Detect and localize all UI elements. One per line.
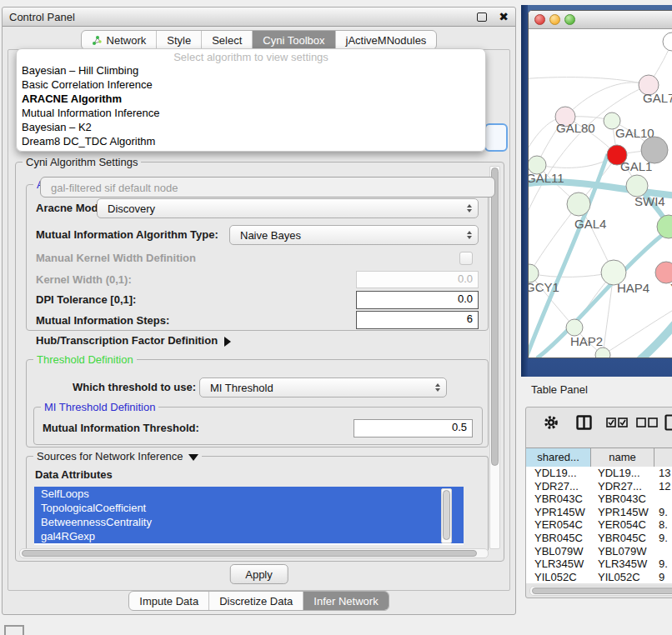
control-panel-tabbar: NetworkStyleSelectCyni ToolboxjActiveMNo… [3, 30, 515, 50]
manual-kernel-checkbox[interactable] [459, 252, 473, 265]
tab-style[interactable]: Style [156, 31, 201, 49]
minimize-traffic-light[interactable] [549, 14, 560, 25]
dropdown-item[interactable]: Bayesian – Hill Climbing [17, 63, 485, 78]
network-window-titlebar[interactable] [529, 11, 672, 29]
sources-group: Sources for Network Inference Data Attri… [26, 456, 489, 552]
table-cell: YLR345W [591, 558, 654, 571]
node-label: SWI4 [634, 194, 665, 208]
control-panel-titlebar[interactable]: Control Panel ✖ [3, 8, 515, 27]
table-cell: 13 [654, 467, 672, 480]
column-header-name[interactable]: name [591, 448, 654, 468]
table-horizontal-scrollbar[interactable] [529, 586, 672, 596]
table-row[interactable]: YPR145WYPR145W9. [526, 506, 672, 519]
table-cell: YDR27... [526, 480, 591, 493]
zoom-traffic-light[interactable] [564, 14, 575, 25]
which-threshold-select[interactable]: MI Threshold [199, 378, 447, 398]
mi-algorithm-type-select[interactable]: Naive Bayes [229, 225, 479, 245]
data-attributes-list[interactable]: SelfLoopsTopologicalCoefficientBetweenne… [34, 487, 464, 545]
network-node-y[interactable] [655, 262, 672, 283]
network-node-gal4[interactable] [567, 192, 590, 216]
table-row[interactable]: YER054CYER054C8. [526, 518, 672, 532]
close-traffic-light[interactable] [534, 14, 545, 25]
settings-horizontal-scrollbar[interactable] [19, 548, 489, 558]
group-title: Cyni Algorithm Settings [23, 156, 141, 168]
network-view-area: GAL7GAL80GAL10GAL1GAL11SWI4GAL4GCY1HAP4Y… [521, 5, 672, 377]
table-cell: YBL079W [591, 545, 654, 558]
table-cell: YPR145W [526, 506, 591, 519]
tab-cyni-toolbox[interactable]: Cyni Toolbox [252, 31, 334, 49]
node-label: GAL1 [620, 159, 652, 173]
table-row[interactable]: YDL19...YDL19...13 [526, 467, 672, 480]
dropdown-item[interactable]: Mutual Information Inference [17, 106, 485, 120]
close-icon[interactable]: ✖ [499, 12, 509, 21]
network-canvas[interactable]: GAL7GAL80GAL10GAL1GAL11SWI4GAL4GCY1HAP4Y… [529, 29, 672, 358]
table-cell: YPR145W [591, 506, 654, 519]
algorithm-dropdown-popup: Select algorithm to view settings Bayesi… [16, 48, 486, 152]
attribute-list-item[interactable]: gal4RGexp [34, 529, 464, 543]
aracne-mode-select[interactable]: Discovery [97, 198, 479, 218]
table-row[interactable]: YLR345WYLR345W9. [526, 558, 672, 571]
table-row[interactable]: YIL052CYIL052C9 [526, 571, 672, 583]
tab-network[interactable]: Network [82, 31, 157, 49]
scrollbar-thumb[interactable] [443, 490, 450, 540]
tab-infer-network[interactable]: Infer Network [303, 592, 388, 610]
deselect-all-checkboxes-icon[interactable] [636, 418, 658, 428]
network-area-edge [521, 5, 528, 377]
scrollbar-thumb[interactable] [22, 550, 477, 557]
tab-select[interactable]: Select [201, 31, 252, 49]
kernel-width-field[interactable]: 0.0 [356, 271, 479, 288]
dropdown-item[interactable]: ARACNE Algorithm [17, 92, 485, 106]
table-row[interactable]: YDR27...YDR27...12 [526, 480, 672, 493]
table-cell: YIL052C [591, 571, 654, 583]
table-cell: 12 [654, 480, 672, 493]
column-header-shared-name[interactable]: shared... [526, 448, 591, 468]
node-label: GAL11 [529, 171, 564, 185]
mi-threshold-group: MI Threshold Definition Mutual Informati… [33, 407, 483, 445]
table-row[interactable]: YBR045CYBR045C9. [526, 532, 672, 545]
scrollbar-thumb[interactable] [532, 588, 672, 594]
scrollbar-thumb[interactable] [491, 168, 499, 466]
network-node[interactable] [595, 348, 610, 358]
apply-button[interactable]: Apply [229, 564, 288, 584]
table-cell: YBR043C [591, 492, 654, 506]
dpi-tolerance-field[interactable]: 0.0 [356, 291, 479, 309]
network-node[interactable] [663, 32, 672, 51]
group-title: MI Threshold Definition [41, 401, 158, 413]
stepper-arrows-icon [435, 383, 440, 392]
settings-vertical-scrollbar[interactable] [489, 166, 500, 549]
dropdown-item[interactable]: Bayesian – K2 [17, 120, 485, 134]
attributes-scrollbar[interactable] [441, 488, 452, 543]
mi-threshold-field[interactable]: 0.5 [354, 419, 473, 438]
select-all-checkboxes-icon[interactable] [606, 418, 628, 428]
network-node-hap2[interactable] [566, 319, 583, 336]
tab-impute-data[interactable]: Impute Data [129, 592, 208, 610]
node-label: GAL4 [574, 217, 606, 231]
column-header-extra[interactable] [654, 448, 672, 468]
table-row[interactable]: YBL079WYBL079W [526, 545, 672, 558]
attribute-list-item[interactable]: TopologicalCoefficient [34, 501, 464, 515]
table-cell: 9. [654, 532, 672, 545]
tab-discretize-data[interactable]: Discretize Data [208, 592, 303, 610]
document-icon[interactable] [664, 414, 672, 431]
dropdown-item[interactable]: Dream8 DC_TDC Algorithm [17, 134, 485, 148]
node-label: HAP4 [617, 281, 649, 295]
settings-gear-icon[interactable] [543, 414, 559, 431]
split-columns-icon[interactable] [576, 415, 592, 430]
attribute-list-item[interactable]: BetweennessCentrality [34, 515, 464, 529]
attribute-list-item[interactable]: SelfLoops [34, 487, 464, 501]
table-cell: YDR27... [591, 480, 654, 493]
mi-steps-field[interactable]: 6 [356, 311, 479, 329]
table-header-row: shared... name [526, 448, 672, 468]
stepper-arrows-icon [467, 204, 472, 212]
dropdown-item[interactable]: Basic Correlation Inference [17, 78, 485, 92]
dpi-tolerance-label: DPI Tolerance [0,1]: [36, 293, 136, 306]
table-row[interactable]: YBR043CYBR043C [526, 492, 672, 506]
tab-jactivemnodules[interactable]: jActiveMNodules [335, 31, 437, 49]
float-window-icon[interactable] [477, 12, 487, 22]
network-selector-combo[interactable]: gal-filtered sif default node [40, 177, 495, 198]
minimized-panel-icon[interactable] [4, 625, 24, 635]
network-window: GAL7GAL80GAL10GAL1GAL11SWI4GAL4GCY1HAP4Y… [528, 10, 672, 358]
panel-title: Control Panel [9, 11, 477, 23]
table-cell: 9. [654, 558, 672, 571]
hub-tf-expander[interactable]: Hub/Transcription Factor Definition [36, 334, 231, 347]
